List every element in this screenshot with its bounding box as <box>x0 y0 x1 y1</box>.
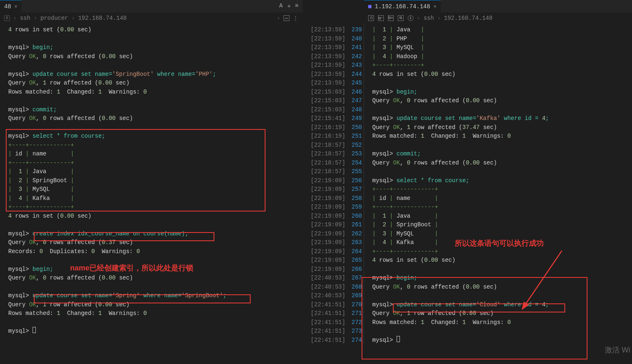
terminal-line: mysql> update course set name='SpringBoo… <box>8 70 303 79</box>
window-icon[interactable]: ▭ <box>284 15 289 21</box>
terminal-line: +----+------------+ <box>372 203 632 212</box>
terminal-text: Rows matched: <box>8 309 57 318</box>
terminal-text: Rows matched: <box>372 132 421 141</box>
terminal-text: 0.00 <box>102 274 116 283</box>
terminal-text: | <box>390 238 393 247</box>
terminal-text: OK <box>393 283 400 292</box>
terminal-text: 0.00 <box>424 70 438 79</box>
terminal-line: Rows matched: 1 Changed: 1 Warnings: 0 <box>8 88 303 97</box>
terminal-text: 0.00 <box>424 256 438 265</box>
more-icon[interactable]: ≡ <box>295 2 298 10</box>
terminal-text: sec) <box>479 159 497 168</box>
terminal-text: | <box>435 230 438 239</box>
terminal-text: 0 <box>143 88 147 97</box>
terminal-text: OK <box>29 52 36 61</box>
gutter-line: [22:13:59] 239 <box>303 26 362 35</box>
terminal-text: | <box>8 150 12 159</box>
dup-icon[interactable]: ⧉ <box>398 15 404 21</box>
gutter-line: [22:19:09] 262 <box>303 230 362 239</box>
terminal-text: | <box>372 194 376 203</box>
gutter-line: [22:18:57] 255 <box>303 167 362 176</box>
line-number-gutter: [22:13:59] 239[22:13:59] 240[22:13:59] 2… <box>303 24 364 345</box>
new-term-icon[interactable]: ⧉⁺ <box>378 15 384 21</box>
terminal-text: 1 <box>376 212 390 221</box>
terminal-text: OK <box>29 114 36 123</box>
info-icon[interactable]: i <box>408 15 414 21</box>
cursor-icon <box>397 336 400 342</box>
left-tab-bar: 48 ✕ A ＋ ≡ <box>0 0 303 12</box>
terminal-text: OK <box>29 79 36 88</box>
terminal-text: commit; <box>397 150 421 159</box>
terminal-line <box>8 96 303 106</box>
gutter-line: [22:13:59] 244 <box>303 70 362 79</box>
terminal-text: 'Cloud' <box>476 301 500 310</box>
terminal-text: | <box>390 212 393 221</box>
terminal-line: Query OK, 1 row affected (0.00 sec) <box>372 309 632 318</box>
close-icon[interactable]: ✕ <box>14 3 17 9</box>
terminal-line <box>8 256 303 265</box>
terminal-text: 4 <box>542 114 545 123</box>
terminal-text: Query <box>372 96 393 106</box>
terminal-text: 0 <box>43 238 46 247</box>
breadcrumb-item[interactable]: ssh <box>20 15 30 21</box>
breadcrumb-item[interactable]: 192.168.74.148 <box>78 15 127 21</box>
gutter-line: [22:19:09] 256 <box>303 176 362 186</box>
terminal-icon[interactable]: D <box>4 15 10 21</box>
terminal-text: | <box>372 43 376 52</box>
terminal-text: , <box>400 123 407 132</box>
chevron-right-icon: › <box>71 15 75 21</box>
terminal-text: Duplicates: <box>43 247 92 256</box>
terminal-text: Kafka <box>29 194 70 203</box>
terminal-text: 0 <box>407 283 410 292</box>
pin-icon[interactable]: ⎙ <box>368 15 374 21</box>
terminal-text: 0 <box>43 114 46 123</box>
terminal-line <box>8 35 303 44</box>
breadcrumb-item[interactable]: 192.168.74.148 <box>444 15 493 21</box>
gutter-line: [22:13:59] 242 <box>303 52 362 61</box>
terminal-line <box>372 291 632 301</box>
terminal-text: Query <box>8 114 29 123</box>
terminal-text: OK <box>393 123 400 132</box>
right-terminal[interactable]: | 1 | Java || 2 | PHP || 3 | MySQL || 4 … <box>364 24 632 345</box>
terminal-text: Changed: <box>60 309 98 318</box>
close-icon[interactable]: ✕ <box>433 3 436 9</box>
terminal-text: rows in set ( <box>12 26 60 35</box>
chevron-right-icon[interactable]: › <box>277 15 280 21</box>
breadcrumb-item[interactable]: ssh <box>423 15 434 21</box>
terminal-text: mysql> <box>8 230 33 239</box>
terminal-text: sec) <box>476 309 493 318</box>
kebab-icon[interactable]: ⋮ <box>293 15 298 22</box>
terminal-line: mysql> select * from course; <box>372 176 632 186</box>
terminal-text: | <box>26 194 29 203</box>
chevron-right-icon: › <box>417 15 420 21</box>
terminal-line: +----+------------+ <box>372 247 632 256</box>
terminal-text: 0.37 <box>102 238 116 247</box>
terminal-line: Query OK, 0 rows affected (0.00 sec) <box>8 52 303 61</box>
tab-actions: A ＋ ≡ <box>279 2 303 10</box>
left-terminal[interactable]: 4 rows in set (0.00 sec) mysql> begin;Qu… <box>0 24 303 336</box>
terminal-line: mysql> begin; <box>372 88 632 97</box>
terminal-text: 0 <box>136 247 140 256</box>
terminal-line: Query OK, 0 rows affected (0.00 sec) <box>8 274 303 283</box>
terminal-line <box>372 167 632 176</box>
terminal-text: , <box>36 114 43 123</box>
terminal-text: | <box>390 35 393 44</box>
terminal-text: commit; <box>33 106 57 115</box>
terminal-line: | 4 | Hadoop | <box>372 52 632 61</box>
terminal-text: 0 <box>507 318 511 327</box>
gutter-line: [22:15:03] 248 <box>303 106 362 115</box>
terminal-text: Rows matched: <box>8 88 57 97</box>
add-icon[interactable]: ＋ <box>286 2 292 10</box>
right-tab[interactable]: 1.192.168.74.148 ✕ <box>364 0 441 12</box>
terminal-line: | id | name | <box>372 194 632 203</box>
chevron-right-icon: › <box>13 15 16 21</box>
terminal-text: Kafka <box>393 238 435 247</box>
text-size-icon[interactable]: A <box>279 2 282 10</box>
breadcrumb-item[interactable]: producer <box>40 15 68 21</box>
terminal-line: mysql> commit; <box>8 106 303 115</box>
terminal-text: select * from course; <box>33 132 105 141</box>
terminal-line: mysql> commit; <box>372 150 632 159</box>
left-tab[interactable]: 48 ✕ <box>0 0 21 12</box>
new-file-icon[interactable]: ⧉× <box>388 15 394 21</box>
terminal-text: | <box>372 238 376 247</box>
